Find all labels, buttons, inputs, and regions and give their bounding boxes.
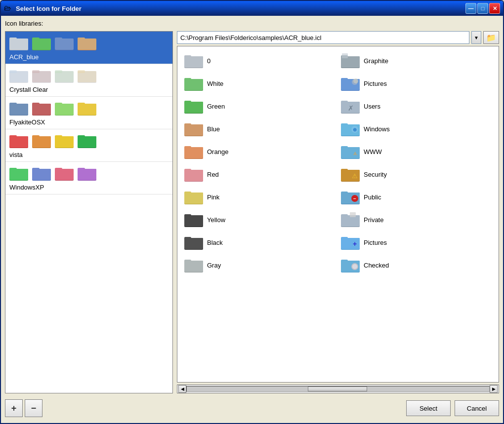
icon-item-yellow[interactable]: Yellow	[181, 209, 338, 230]
bottom-bar: + − Select Cancel	[5, 397, 499, 419]
library-list: ACR_blue	[5, 31, 173, 393]
folder-green-icon	[184, 98, 204, 115]
svg-rect-17	[32, 71, 51, 82]
icon-item-private[interactable]: Private	[338, 209, 495, 230]
library-item-flyakite[interactable]: FlyakiteOSX	[5, 97, 172, 129]
svg-text:✗: ✗	[348, 104, 354, 112]
icon-item-pictures[interactable]: Pictures	[338, 73, 495, 94]
window-controls: — □ ✕	[465, 3, 500, 14]
icon-item-users[interactable]: ✗ Users	[338, 96, 495, 116]
maximize-button[interactable]: □	[477, 3, 488, 14]
path-input[interactable]	[177, 31, 469, 44]
library-item-vista[interactable]: vista	[5, 129, 172, 162]
folder-public-icon: −	[341, 189, 361, 205]
folder-black-icon	[184, 234, 204, 251]
library-item-crystal[interactable]: Crystall Clear	[5, 64, 172, 97]
icon-item-0[interactable]: 0	[181, 50, 338, 71]
path-dropdown-button[interactable]: ▼	[471, 31, 481, 44]
folder-fly2-icon	[32, 100, 52, 116]
svg-rect-59	[78, 169, 96, 180]
icon-label-gray: Gray	[207, 262, 221, 269]
svg-rect-124	[341, 238, 360, 249]
svg-text:⊕: ⊕	[353, 127, 357, 132]
icon-label-pink: Pink	[207, 193, 219, 201]
library-crystal-icons	[9, 67, 168, 84]
close-button[interactable]: ✕	[489, 3, 500, 14]
main-area: ACR_blue	[5, 31, 499, 393]
icon-item-red[interactable]: Red	[181, 164, 338, 185]
icon-item-gray[interactable]: Gray	[181, 255, 338, 275]
folder-checked-icon	[341, 257, 361, 273]
folder-vista4-icon	[78, 132, 97, 149]
library-vista-icons	[9, 132, 168, 149]
icon-item-windows[interactable]: ⊕ Windows	[338, 118, 495, 139]
icon-item-orange[interactable]: Orange	[181, 141, 338, 162]
icon-item-pink[interactable]: Pink	[181, 187, 338, 207]
folder-pictures-icon	[341, 75, 361, 92]
minimize-button[interactable]: —	[465, 3, 476, 14]
svg-rect-14	[9, 71, 28, 82]
horizontal-scrollbar: ◀ ▶	[177, 385, 499, 393]
icon-label-private: Private	[364, 216, 383, 224]
icon-item-blue[interactable]: Blue	[181, 118, 338, 139]
icons-grid-container: 0 Graphite	[177, 46, 499, 383]
svg-point-133	[352, 264, 357, 269]
icon-label-red: Red	[207, 171, 219, 178]
folder-www-icon: ⚠	[341, 143, 361, 160]
icon-label-black: Black	[207, 239, 223, 246]
icon-item-graphite[interactable]: Graphite	[338, 50, 495, 71]
folder-graphite-icon	[341, 52, 361, 69]
select-button[interactable]: Select	[406, 400, 451, 416]
icon-item-public[interactable]: − Public	[338, 187, 495, 207]
scroll-right-button[interactable]: ▶	[490, 385, 498, 393]
library-item-winxp[interactable]: WindowsXP	[5, 162, 172, 194]
cancel-button[interactable]: Cancel	[455, 400, 499, 416]
folder-vista3-icon	[55, 132, 75, 149]
folder-security-icon: ⚠	[341, 166, 361, 183]
library-winxp-icons	[9, 165, 168, 182]
bottom-left-buttons: + −	[5, 399, 42, 417]
svg-rect-106	[184, 193, 203, 204]
folder-vista1-icon	[9, 132, 29, 149]
folder-pink-icon	[184, 189, 204, 205]
icon-item-www[interactable]: ⚠ WWW	[338, 141, 495, 162]
add-library-button[interactable]: +	[5, 399, 23, 417]
library-name-acr: ACR_blue	[9, 53, 39, 61]
svg-rect-29	[32, 104, 51, 115]
folder-fly1-icon	[9, 100, 29, 116]
folder-crystal1-icon	[9, 67, 29, 84]
icon-item-checked[interactable]: Checked	[338, 255, 495, 275]
folder-blue-lib-icon	[55, 35, 75, 51]
icon-item-black[interactable]: Black	[181, 232, 338, 253]
svg-rect-62	[184, 56, 203, 68]
window-content: Icon libraries:	[1, 16, 503, 423]
scrollbar-thumb[interactable]	[308, 386, 367, 391]
icon-item-security[interactable]: ⚠ Security	[338, 164, 495, 185]
svg-point-74	[353, 78, 358, 83]
svg-text:⚠: ⚠	[352, 172, 358, 180]
title-icon: 🗁	[4, 4, 13, 13]
icon-libraries-label: Icon libraries:	[5, 20, 499, 27]
scrollbar-track[interactable]	[186, 386, 490, 392]
library-item-acr-blue[interactable]: ACR_blue	[5, 32, 172, 64]
folder-vista2-icon	[32, 132, 52, 149]
main-window: 🗁 Select Icon for Folder — □ ✕ Icon libr…	[0, 0, 504, 424]
icon-label-security: Security	[364, 171, 387, 178]
folder-green-icon	[32, 35, 52, 51]
icon-label-green: Green	[207, 103, 225, 110]
svg-rect-114	[184, 215, 203, 227]
icon-item-white[interactable]: White	[181, 73, 338, 94]
browse-button[interactable]: 📁	[483, 31, 499, 44]
icons-grid: 0 Graphite	[181, 50, 495, 275]
icon-label-white: White	[207, 80, 223, 87]
icon-item-green[interactable]: Green	[181, 96, 338, 116]
icon-item-pictures2[interactable]: + Pictures	[338, 232, 495, 253]
path-bar: ▼ 📁	[177, 31, 499, 44]
icon-label-graphite: Graphite	[364, 57, 388, 65]
remove-library-button[interactable]: −	[25, 399, 42, 417]
svg-text:−: −	[353, 196, 356, 201]
svg-rect-47	[78, 136, 96, 148]
svg-rect-32	[55, 104, 74, 115]
svg-rect-35	[78, 104, 96, 115]
scroll-left-button[interactable]: ◀	[178, 385, 186, 393]
